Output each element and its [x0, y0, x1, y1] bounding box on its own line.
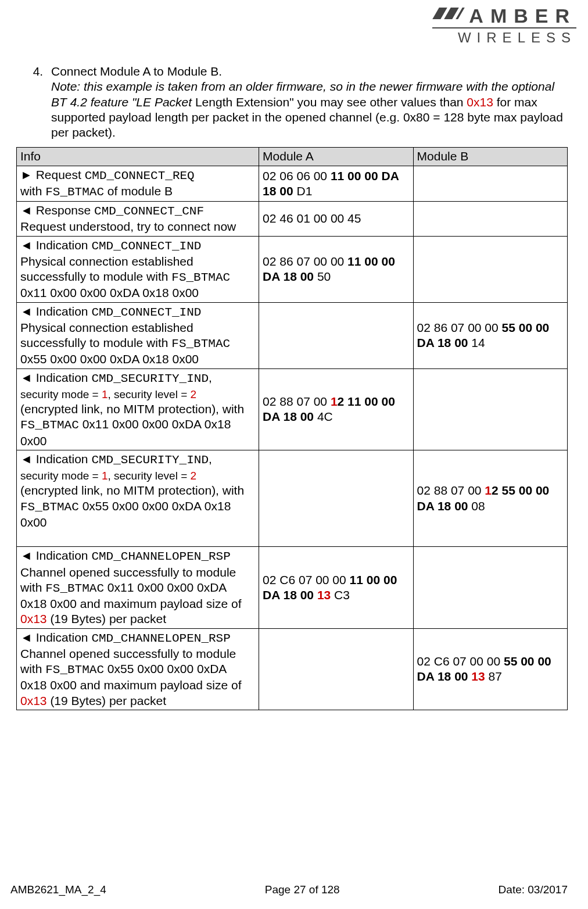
hex-cell	[413, 368, 567, 450]
hex-cell	[413, 236, 567, 302]
hex-cell: 02 46 01 00 00 45	[259, 202, 413, 237]
logo-text-bottom: WIRELESS	[432, 27, 576, 46]
hex-cell: 02 88 07 00 12 11 00 00 DA 18 00 4C	[259, 368, 413, 450]
info-cell: ◄ Indication CMD_CHANNELOPEN_RSPChannel …	[17, 547, 259, 628]
footer-center: Page 27 of 128	[265, 883, 340, 896]
page-footer: AMB2621_MA_2_4 Page 27 of 128 Date: 03/2…	[10, 883, 568, 896]
footer-left: AMB2621_MA_2_4	[10, 883, 106, 896]
col-header-info: Info	[17, 148, 259, 166]
hex-cell: 02 C6 07 00 00 55 00 00 DA 18 00 13 87	[413, 628, 567, 710]
step-4-hex1: 0x13	[467, 95, 493, 109]
table-row: ◄ Indication CMD_SECURITY_IND,security m…	[17, 368, 568, 450]
logo-text-top: AMBER	[469, 5, 576, 27]
step-4-title: Connect Module A to Module B.	[51, 65, 222, 78]
logo-stripes-icon	[432, 8, 464, 25]
step-4-note-p1: Length Extension" you may see other valu…	[195, 95, 467, 109]
footer-right: Date: 03/2017	[499, 883, 568, 896]
col-header-module-b: Module B	[413, 148, 567, 166]
hex-cell	[259, 450, 413, 547]
col-header-module-a: Module A	[259, 148, 413, 166]
table-row: ◄ Indication CMD_CONNECT_INDPhysical con…	[17, 302, 568, 368]
hex-cell	[413, 202, 567, 237]
info-cell: ◄ Indication CMD_CONNECT_INDPhysical con…	[17, 236, 259, 302]
info-cell: ► Request CMD_CONNECT_REQwith FS_BTMAC o…	[17, 166, 259, 202]
hex-cell: 02 06 06 00 11 00 00 DA 18 00 D1	[259, 166, 413, 202]
table-row: ◄ Indication CMD_CHANNELOPEN_RSPChannel …	[17, 547, 568, 628]
info-cell: ◄ Indication CMD_SECURITY_IND,security m…	[17, 450, 259, 547]
hex-cell: 02 86 07 00 00 11 00 00 DA 18 00 50	[259, 236, 413, 302]
info-cell: ◄ Indication CMD_CHANNELOPEN_RSPChannel …	[17, 628, 259, 710]
brand-logo: AMBER WIRELESS	[432, 5, 576, 46]
table-row: ► Request CMD_CONNECT_REQwith FS_BTMAC o…	[17, 166, 568, 202]
step-4: Connect Module A to Module B. Note: this…	[46, 64, 568, 140]
info-cell: ◄ Indication CMD_SECURITY_IND,security m…	[17, 368, 259, 450]
hex-cell	[259, 628, 413, 710]
hex-cell: 02 C6 07 00 00 11 00 00 DA 18 00 13 C3	[259, 547, 413, 628]
hex-cell	[413, 166, 567, 202]
table-row: ◄ Indication CMD_CONNECT_INDPhysical con…	[17, 236, 568, 302]
info-cell: ◄ Response CMD_CONNECT_CNFRequest unders…	[17, 202, 259, 237]
hex-cell: 02 88 07 00 12 55 00 00 DA 18 00 08	[413, 450, 567, 547]
hex-cell	[413, 547, 567, 628]
hex-cell	[259, 302, 413, 368]
info-cell: ◄ Indication CMD_CONNECT_INDPhysical con…	[17, 302, 259, 368]
communication-table: Info Module A Module B ► Request CMD_CON…	[16, 147, 568, 710]
table-row: ◄ Indication CMD_SECURITY_IND,security m…	[17, 450, 568, 547]
table-row: ◄ Indication CMD_CHANNELOPEN_RSPChannel …	[17, 628, 568, 710]
hex-cell: 02 86 07 00 00 55 00 00 DA 18 00 14	[413, 302, 567, 368]
table-row: ◄ Response CMD_CONNECT_CNFRequest unders…	[17, 202, 568, 237]
